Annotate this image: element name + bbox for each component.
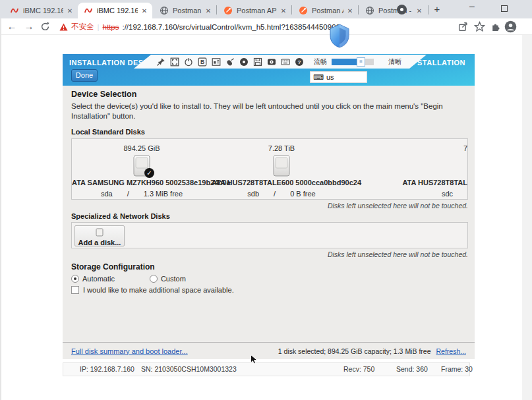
globe-favicon-icon xyxy=(160,6,169,15)
postman-favicon-icon xyxy=(299,6,308,15)
tab-title: Postman API Platfo xyxy=(312,7,343,14)
help-icon[interactable]: ? xyxy=(295,57,304,67)
page-scrollbar[interactable] xyxy=(522,35,532,400)
mouse-icon[interactable] xyxy=(225,57,235,67)
address-bar: ← → 不安全 | https://192.168.7.160/src/virt… xyxy=(0,18,532,35)
share-icon[interactable] xyxy=(458,21,469,32)
small-disk-icon xyxy=(96,228,103,237)
tab-close-icon[interactable]: ✕ xyxy=(280,7,287,14)
power-icon[interactable] xyxy=(184,57,193,67)
window-maximize-button[interactable] xyxy=(501,5,508,12)
tab-close-icon[interactable]: ✕ xyxy=(66,7,74,14)
status-recv: Recv: 750 xyxy=(343,365,374,373)
tab-separator xyxy=(428,5,429,14)
custom-radio[interactable] xyxy=(150,275,158,283)
add-disk-label: Add a disk... xyxy=(75,239,124,246)
globe-favicon-icon xyxy=(365,6,374,15)
bookmark-star-icon[interactable] xyxy=(474,21,485,32)
record-icon[interactable] xyxy=(239,57,249,67)
reclaim-space-checkbox[interactable] xyxy=(71,286,79,294)
tab-strip: iBMC 192.168.7.16 ✕ iBMC 192.168.7.16 ✕ … xyxy=(0,0,532,18)
save-icon[interactable] xyxy=(253,57,262,67)
tab-postman-browser-1[interactable]: Postman - Browse ✕ xyxy=(154,3,216,18)
disk-size: 7 xyxy=(366,144,467,152)
status-send: Send: 360 xyxy=(396,365,428,373)
fullscreen-icon[interactable] xyxy=(170,57,179,67)
selection-summary: 1 disk selected; 894.25 GiB capacity; 1.… xyxy=(278,347,431,355)
keyboard-icon: ⌨ xyxy=(313,73,324,82)
disk-device: sdc xyxy=(442,190,453,198)
extensions-puzzle-icon[interactable] xyxy=(490,21,502,32)
disk-free: 0 B free xyxy=(290,190,316,198)
disk-size: 7.28 TiB xyxy=(212,144,351,152)
disk-tile-sdb[interactable]: 7.28 TiB ATA HUS728T8TALE600 5000cca0bbd… xyxy=(212,139,351,200)
status-ip: IP: 192.168.7.160 xyxy=(80,365,134,373)
reload-button[interactable] xyxy=(40,22,50,32)
tab-title: Postman API Platfo xyxy=(237,7,277,14)
url-text: ://192.168.7.160/src/virtualControl/kvm_… xyxy=(122,23,340,31)
omnibox[interactable]: 不安全 | https://192.168.7.160/src/virtualC… xyxy=(59,18,340,35)
partitioning-options: Automatic Custom xyxy=(71,275,186,283)
disk-tile-sdc[interactable]: 7 ATA HUS728T8TAL sdc xyxy=(367,139,468,200)
installer-title-left: INSTALLATION DEST xyxy=(69,59,148,67)
browser-update-badge-icon[interactable] xyxy=(397,5,407,14)
automatic-radio[interactable] xyxy=(71,275,79,283)
local-disks-panel: 894.25 GiB ✓ ATA SAMSUNG MZ7KH960 500253… xyxy=(71,138,468,200)
tab-postman-api-2[interactable]: Postman API Platfo ✕ xyxy=(293,3,358,18)
kvm-shield-logo-icon xyxy=(327,23,352,48)
add-disk-button[interactable]: Add a disk... xyxy=(74,225,125,246)
tab-postman-browser-2[interactable]: Postman - Browse ✕ xyxy=(359,3,427,18)
keyboard-layout-indicator[interactable]: ⌨us xyxy=(310,71,367,83)
quality-slider[interactable]: ≡ xyxy=(332,59,374,65)
profile-avatar[interactable] xyxy=(504,20,517,33)
installer-header: INSTALLATION DEST STALLATION Done ⌨us B … xyxy=(63,54,475,86)
url-scheme: https xyxy=(103,23,119,31)
url-separator: | xyxy=(98,23,100,31)
keyboard-layout-label: us xyxy=(326,73,334,81)
new-tab-button[interactable]: + xyxy=(430,2,444,16)
done-button[interactable]: Done xyxy=(71,69,98,82)
disk-free: 1.3 MiB free xyxy=(144,190,183,198)
window-minimize-button[interactable]: – xyxy=(464,1,480,16)
pin-icon[interactable] xyxy=(156,57,165,67)
kvm-toolbar: B ? 流畅 ≡ 清晰 xyxy=(134,55,427,69)
tab-title: iBMC 192.168.7.16 xyxy=(97,7,138,14)
disk-device: sdb xyxy=(247,190,259,198)
full-disk-summary-link[interactable]: Full disk summary and boot loader... xyxy=(71,347,188,355)
network-disks-panel: Add a disk... xyxy=(71,222,468,248)
tab-title: Postman - Browse xyxy=(173,7,202,14)
screen-split-icon[interactable] xyxy=(212,57,221,67)
tab-ibmc-2-active[interactable]: iBMC 192.168.7.16 ✕ xyxy=(78,3,152,18)
quality-slider-handle[interactable]: ≡ xyxy=(357,57,365,67)
disk-separator: / xyxy=(127,190,129,198)
postman-favicon-icon xyxy=(223,6,233,15)
kvm-status-bar: IP: 192.168.7.160 SN: 2103050CSH10M30013… xyxy=(63,362,470,376)
tab-close-icon[interactable]: ✕ xyxy=(140,7,148,14)
disk-tile-sda[interactable]: 894.25 GiB ✓ ATA SAMSUNG MZ7KH960 500253… xyxy=(72,139,212,200)
tab-close-icon[interactable]: ✕ xyxy=(415,7,423,14)
tab-close-icon[interactable]: ✕ xyxy=(204,7,212,14)
tab-ibmc-1[interactable]: iBMC 192.168.7.16 ✕ xyxy=(4,3,78,18)
refresh-link[interactable]: Refresh... xyxy=(436,347,466,355)
virtual-media-icon[interactable] xyxy=(267,57,276,67)
installer-footer: Full disk summary and boot loader... 1 d… xyxy=(63,342,475,359)
reclaim-space-label: I would like to make additional space av… xyxy=(83,286,234,294)
security-warning-icon xyxy=(59,23,68,31)
b-key-icon[interactable]: B xyxy=(198,57,207,67)
tab-separator xyxy=(358,5,359,14)
back-button[interactable]: ← xyxy=(5,18,18,35)
tab-close-icon[interactable]: ✕ xyxy=(346,7,354,14)
keyboard-icon[interactable] xyxy=(281,57,290,67)
disk-selected-check-icon: ✓ xyxy=(144,168,154,178)
tab-separator xyxy=(291,5,292,14)
security-warning-label: 不安全 xyxy=(71,22,94,32)
svg-text:B: B xyxy=(200,59,204,65)
local-disks-heading: Local Standard Disks xyxy=(71,128,145,136)
kvm-viewer: INSTALLATION DEST STALLATION Done ⌨us B … xyxy=(63,54,475,359)
ibmc-favicon-icon xyxy=(84,6,93,15)
disk-size: 894.25 GiB xyxy=(72,144,212,152)
tab-postman-api-1[interactable]: Postman API Platfo ✕ xyxy=(218,3,291,18)
disk-device: sda xyxy=(101,190,113,198)
forward-button[interactable]: → xyxy=(22,18,36,35)
device-selection-description: Select the device(s) you'd like to insta… xyxy=(71,101,467,121)
